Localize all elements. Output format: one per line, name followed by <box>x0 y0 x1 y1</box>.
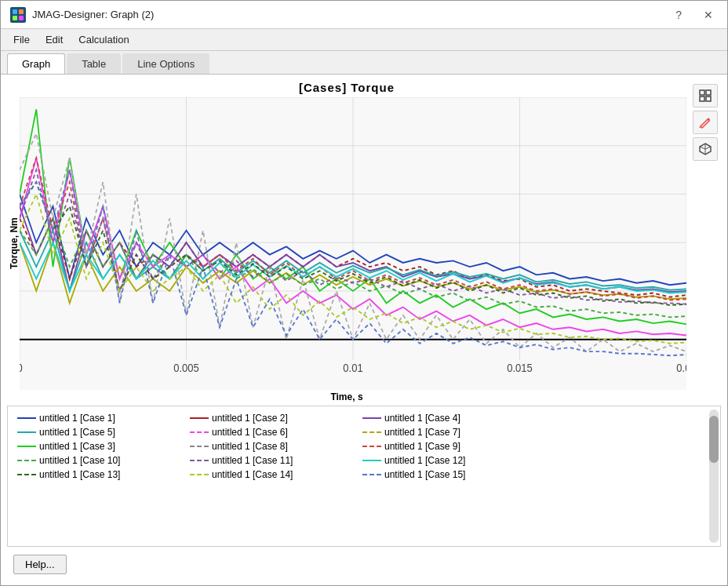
tabs-bar: Graph Table Line Options <box>1 51 727 75</box>
svg-text:0.01: 0.01 <box>343 362 362 374</box>
svg-text:0.005: 0.005 <box>173 362 198 374</box>
fit-to-window-button[interactable] <box>693 84 718 107</box>
bottom-bar: Help... <box>7 550 721 579</box>
chart-area: Torque, Nm <box>7 97 686 390</box>
menu-bar: File Edit Calculation <box>1 29 727 51</box>
main-window: JMAG-Designer: Graph (2) ? ✕ File Edit C… <box>0 0 728 586</box>
svg-text:0.02: 0.02 <box>676 362 686 374</box>
edit-button[interactable] <box>693 111 718 134</box>
chart-container: [Cases] Torque Torque, Nm <box>7 81 686 402</box>
svg-rect-30 <box>700 96 704 101</box>
legend-label-case9: untitled 1 [Case 9] <box>384 441 460 452</box>
tab-line-options[interactable]: Line Options <box>122 53 209 74</box>
legend-row-4: untitled 1 [Case 10] untitled 1 [Case 11… <box>17 455 711 466</box>
toolbar-right <box>690 81 721 402</box>
legend-label-case15: untitled 1 [Case 15] <box>384 469 465 480</box>
legend-item-case3: untitled 1 [Case 3] <box>17 441 190 452</box>
y-axis-label: Torque, Nm <box>7 97 20 390</box>
legend-label-case6: untitled 1 [Case 6] <box>212 427 288 438</box>
3d-view-button[interactable] <box>693 137 718 161</box>
svg-rect-31 <box>706 96 711 101</box>
legend-item-case4: untitled 1 [Case 4] <box>362 413 535 424</box>
legend-row-1: untitled 1 [Case 1] untitled 1 [Case 2] … <box>17 413 711 424</box>
chart-svg: 5 4 3 2 1 0 0 0.005 0.01 0.015 0.02 <box>20 97 686 390</box>
legend-item-case12: untitled 1 [Case 12] <box>362 455 535 466</box>
legend-label-case14: untitled 1 [Case 14] <box>212 469 293 480</box>
tab-graph[interactable]: Graph <box>7 53 65 74</box>
menu-calculation[interactable]: Calculation <box>72 31 135 48</box>
close-window-button[interactable]: ✕ <box>699 7 718 23</box>
content-area: [Cases] Torque Torque, Nm <box>1 75 727 585</box>
chart-inner: 5 4 3 2 1 0 0 0.005 0.01 0.015 0.02 <box>20 97 686 390</box>
legend-item-case15: untitled 1 [Case 15] <box>362 469 535 480</box>
legend-item-case6: untitled 1 [Case 6] <box>190 427 362 438</box>
svg-rect-1 <box>19 9 24 14</box>
legend-section: untitled 1 [Case 1] untitled 1 [Case 2] … <box>7 406 721 547</box>
svg-rect-3 <box>19 16 24 20</box>
help-title-button[interactable]: ? <box>671 7 686 23</box>
legend-label-case12: untitled 1 [Case 12] <box>384 455 465 466</box>
legend-item-case14: untitled 1 [Case 14] <box>190 469 362 480</box>
app-icon <box>10 7 26 23</box>
help-button[interactable]: Help... <box>13 555 67 574</box>
svg-rect-2 <box>13 16 17 20</box>
svg-text:0.015: 0.015 <box>507 362 532 374</box>
legend-item-case9: untitled 1 [Case 9] <box>362 441 535 452</box>
legend-label-case2: untitled 1 [Case 2] <box>212 413 288 424</box>
legend-label-case7: untitled 1 [Case 7] <box>384 427 460 438</box>
legend-label-case5: untitled 1 [Case 5] <box>39 427 115 438</box>
chart-section: [Cases] Torque Torque, Nm <box>7 81 721 402</box>
legend-item-case13: untitled 1 [Case 13] <box>17 469 190 480</box>
tab-table[interactable]: Table <box>67 53 121 74</box>
svg-rect-28 <box>700 90 704 95</box>
chart-title: [Cases] Torque <box>299 81 395 94</box>
svg-line-32 <box>700 126 701 128</box>
legend-label-case4: untitled 1 [Case 4] <box>384 413 460 424</box>
menu-edit[interactable]: Edit <box>39 31 69 48</box>
legend-item-case5: untitled 1 [Case 5] <box>17 427 190 438</box>
legend-item-case2: untitled 1 [Case 2] <box>190 413 362 424</box>
legend-label-case13: untitled 1 [Case 13] <box>39 469 120 480</box>
legend-item-case1: untitled 1 [Case 1] <box>17 413 190 424</box>
legend-label-case8: untitled 1 [Case 8] <box>212 441 288 452</box>
title-bar: JMAG-Designer: Graph (2) ? ✕ <box>1 1 727 29</box>
legend-item-case10: untitled 1 [Case 10] <box>17 455 190 466</box>
legend-item-case7: untitled 1 [Case 7] <box>362 427 535 438</box>
legend-item-case11: untitled 1 [Case 11] <box>190 455 362 466</box>
window-title: JMAG-Designer: Graph (2) <box>32 9 154 20</box>
legend-row-2: untitled 1 [Case 5] untitled 1 [Case 6] … <box>17 427 711 438</box>
legend-label-case11: untitled 1 [Case 11] <box>212 455 293 466</box>
menu-file[interactable]: File <box>7 31 36 48</box>
legend-label-case1: untitled 1 [Case 1] <box>39 413 115 424</box>
legend-item-case8: untitled 1 [Case 8] <box>190 441 362 452</box>
svg-rect-29 <box>706 90 711 95</box>
legend-scroll-thumb[interactable] <box>709 416 719 463</box>
svg-rect-0 <box>13 9 17 14</box>
legend-label-case10: untitled 1 [Case 10] <box>39 455 120 466</box>
x-axis-label: Time, s <box>330 391 362 402</box>
legend-scrollbar[interactable] <box>709 409 719 543</box>
legend-row-3: untitled 1 [Case 3] untitled 1 [Case 8] … <box>17 441 711 452</box>
legend-row-5: untitled 1 [Case 13] untitled 1 [Case 14… <box>17 469 711 480</box>
legend-label-case3: untitled 1 [Case 3] <box>39 441 115 452</box>
svg-text:0: 0 <box>20 362 23 374</box>
